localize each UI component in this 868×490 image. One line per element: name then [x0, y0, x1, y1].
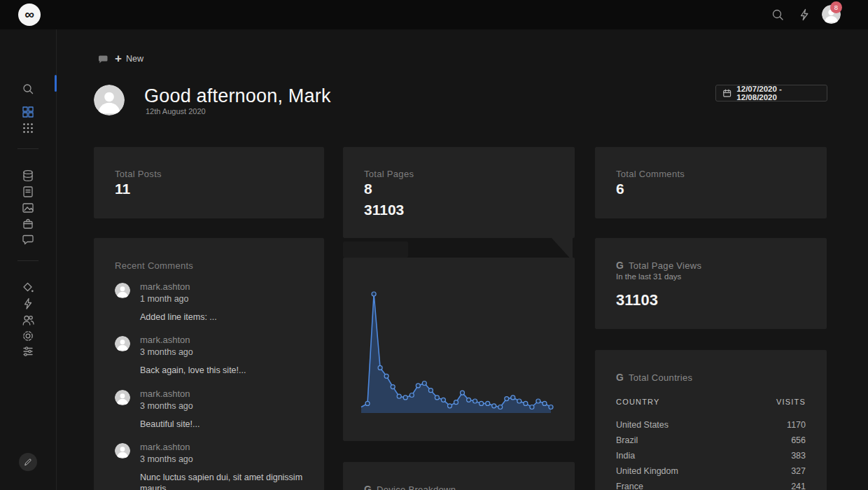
- stat-label: Total Posts: [115, 169, 162, 179]
- card-subtitle: In the last 31 days: [616, 272, 681, 281]
- card-title: Total Countries: [629, 372, 692, 383]
- sidebar-gear-icon[interactable]: [21, 329, 35, 343]
- country-name: India: [616, 451, 635, 461]
- sidebar-users-icon[interactable]: [21, 313, 35, 327]
- country-name: United States: [616, 420, 668, 430]
- country-visits: 383: [791, 451, 806, 461]
- total-pages-card: Total Pages 8 31103: [343, 147, 575, 238]
- card-title: Device Breakdown: [377, 484, 456, 490]
- comment-text: Added line items: ...: [140, 312, 307, 323]
- comment-author: mark.ashton: [140, 388, 307, 399]
- comment-author: mark.ashton: [140, 335, 307, 345]
- flash-icon[interactable]: [797, 7, 812, 22]
- stat-value: 6: [616, 181, 624, 197]
- new-button-label: New: [126, 54, 144, 64]
- sidebar-divider: [18, 148, 38, 149]
- country-visits: 1170: [787, 420, 806, 430]
- country-visits: 327: [791, 466, 806, 476]
- country-name: France: [616, 482, 643, 490]
- comment-list-item[interactable]: mark.ashton 1 month ago Added line items…: [115, 281, 307, 323]
- card-title: Total Page Views: [629, 260, 701, 271]
- comment-time: 3 months ago: [140, 347, 307, 357]
- comment-list-item[interactable]: mark.ashton 3 months ago Nunc luctus sap…: [115, 442, 307, 490]
- stat-secondary-value: 31103: [364, 202, 404, 218]
- comment-time: 1 month ago: [140, 294, 307, 304]
- notification-badge: 8: [830, 1, 842, 13]
- country-visits: 656: [791, 435, 806, 445]
- comment-avatar: [115, 390, 130, 405]
- search-icon[interactable]: [770, 7, 785, 22]
- recent-comments-card: Recent Comments mark.ashton 1 month ago …: [94, 238, 324, 490]
- sidebar-database-icon[interactable]: [21, 169, 35, 183]
- stat-label: Total Pages: [364, 169, 414, 179]
- dashboard-page: ∞ 8: [0, 0, 868, 490]
- comment-list-item[interactable]: mark.ashton 3 months ago Beautiful site!…: [115, 388, 307, 430]
- comment-time: 3 months ago: [140, 401, 307, 411]
- country-name: United Kingdom: [616, 466, 678, 476]
- analytics-g-icon: G: [364, 484, 372, 490]
- comment-author: mark.ashton: [140, 281, 307, 292]
- sidebar-search-icon[interactable]: [21, 82, 35, 96]
- analytics-g-icon: G: [616, 372, 624, 383]
- new-button[interactable]: + New: [115, 53, 144, 64]
- sidebar-paint-icon[interactable]: [21, 281, 35, 295]
- comment-avatar: [115, 336, 130, 351]
- table-row: United Kingdom 327: [616, 463, 806, 479]
- comments-list: mark.ashton 1 month ago Added line items…: [115, 281, 307, 490]
- countries-table-body: United States 1170 Brazil 656 India 383 …: [616, 417, 806, 490]
- greeting-avatar: [94, 85, 125, 115]
- country-name: Brazil: [616, 435, 638, 445]
- country-visits: 241: [791, 482, 806, 490]
- column-header-visits: VISITS: [776, 398, 806, 406]
- comment-avatar: [115, 443, 130, 458]
- comment-text: Nunc luctus sapien dui, sit amet digniss…: [140, 472, 307, 490]
- app-logo-icon[interactable]: ∞: [18, 4, 41, 26]
- sidebar: [0, 29, 57, 490]
- current-date: 12th August 2020: [146, 107, 206, 115]
- active-item-indicator: [55, 75, 57, 92]
- sidebar-document-icon[interactable]: [21, 185, 35, 199]
- edit-pen-button[interactable]: [19, 453, 37, 471]
- sidebar-apps-dots-icon[interactable]: [21, 121, 35, 135]
- total-posts-card: Total Posts 11: [94, 147, 324, 218]
- table-row: India 383: [616, 448, 806, 463]
- sidebar-sliders-icon[interactable]: [21, 344, 35, 358]
- page-views-chart-card: [343, 258, 575, 441]
- table-row: United States 1170: [616, 417, 806, 433]
- table-header: COUNTRY VISITS: [616, 398, 806, 406]
- sidebar-image-icon[interactable]: [21, 201, 35, 215]
- sidebar-dashboard-grid-icon[interactable]: [21, 105, 35, 119]
- sidebar-flash-icon[interactable]: [21, 297, 35, 311]
- device-breakdown-card: G Device Breakdown: [343, 462, 575, 490]
- stat-label: Total Comments: [616, 169, 685, 179]
- comment-text: Beautiful site!...: [140, 419, 307, 430]
- table-row: Brazil 656: [616, 433, 806, 448]
- comment-author: mark.ashton: [140, 442, 307, 452]
- top-bar: ∞ 8: [0, 0, 868, 29]
- total-comments-card: Total Comments 6: [595, 147, 827, 218]
- comment-list-item[interactable]: mark.ashton 3 months ago Back again, lov…: [115, 335, 307, 376]
- date-range-value: 12/07/2020 - 12/08/2020: [736, 85, 820, 102]
- sidebar-box-icon[interactable]: [21, 217, 35, 231]
- total-page-views-card: G Total Page Views In the last 31 days 3…: [595, 238, 827, 329]
- plus-icon: +: [115, 53, 122, 64]
- page-views-area-chart[interactable]: [343, 258, 575, 441]
- comment-bubble-icon[interactable]: [97, 54, 108, 65]
- page-title: Good afternoon, Mark: [144, 85, 331, 107]
- sidebar-comment-icon[interactable]: [21, 232, 35, 246]
- table-row: France 241: [616, 479, 806, 490]
- stat-value: 11: [115, 181, 130, 197]
- card-title: Recent Comments: [115, 260, 193, 271]
- analytics-g-icon: G: [616, 260, 624, 271]
- total-countries-card: G Total Countries COUNTRY VISITS United …: [595, 350, 827, 490]
- page-views-value: 31103: [616, 291, 658, 309]
- comment-avatar: [115, 283, 130, 298]
- column-header-country: COUNTRY: [616, 398, 660, 406]
- date-range-picker[interactable]: 12/07/2020 - 12/08/2020: [715, 85, 827, 102]
- stat-value: 8: [364, 181, 372, 197]
- sidebar-divider: [18, 260, 38, 261]
- tooltip-stub-shape: [343, 241, 408, 258]
- comment-text: Back again, love this site!...: [140, 365, 307, 376]
- comment-time: 3 months ago: [140, 454, 307, 464]
